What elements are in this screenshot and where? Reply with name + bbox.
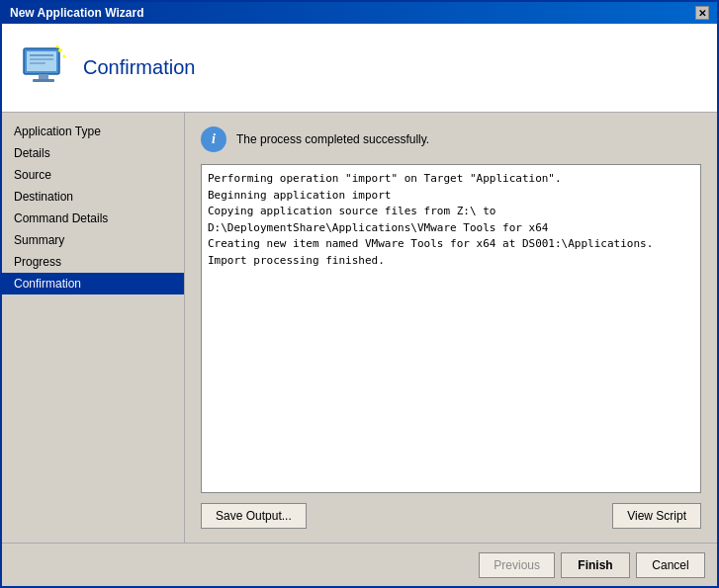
info-message: The process completed successfully. — [236, 132, 429, 146]
sidebar-item-command-details[interactable]: Command Details — [2, 208, 184, 229]
header-title: Confirmation — [83, 56, 195, 79]
log-output: Performing operation "import" on Target … — [201, 164, 701, 493]
window-title: New Application Wizard — [10, 6, 143, 20]
save-output-button[interactable]: Save Output... — [201, 503, 307, 529]
info-icon: i — [201, 126, 226, 152]
main-content: Application Type Details Source Destinat… — [2, 113, 717, 543]
close-button[interactable]: ✕ — [695, 6, 709, 20]
sidebar-item-application-type[interactable]: Application Type — [2, 121, 184, 142]
sidebar-item-details[interactable]: Details — [2, 142, 184, 164]
title-bar: New Application Wizard ✕ — [2, 2, 717, 24]
wizard-icon — [18, 42, 69, 94]
content-area: i The process completed successfully. Pe… — [185, 113, 717, 543]
sidebar-item-destination[interactable]: Destination — [2, 186, 184, 208]
svg-point-8 — [63, 54, 66, 57]
svg-point-7 — [58, 48, 62, 52]
svg-rect-6 — [33, 79, 54, 82]
sidebar-item-summary[interactable]: Summary — [2, 229, 184, 251]
wizard-header: Confirmation — [2, 24, 717, 113]
previous-button[interactable]: Previous — [479, 552, 555, 578]
footer: Previous Finish Cancel — [2, 543, 717, 586]
wizard-window: New Application Wizard ✕ Con — [0, 0, 719, 588]
sidebar-item-source[interactable]: Source — [2, 164, 184, 186]
sidebar: Application Type Details Source Destinat… — [2, 113, 185, 543]
svg-point-9 — [56, 44, 59, 47]
sidebar-item-progress[interactable]: Progress — [2, 251, 184, 273]
finish-button[interactable]: Finish — [561, 552, 630, 578]
view-script-button[interactable]: View Script — [612, 503, 701, 529]
content-button-row: Save Output... View Script — [201, 503, 701, 529]
info-banner: i The process completed successfully. — [201, 126, 701, 152]
cancel-button[interactable]: Cancel — [636, 552, 705, 578]
svg-rect-1 — [27, 51, 56, 71]
sidebar-item-confirmation[interactable]: Confirmation — [2, 273, 184, 294]
